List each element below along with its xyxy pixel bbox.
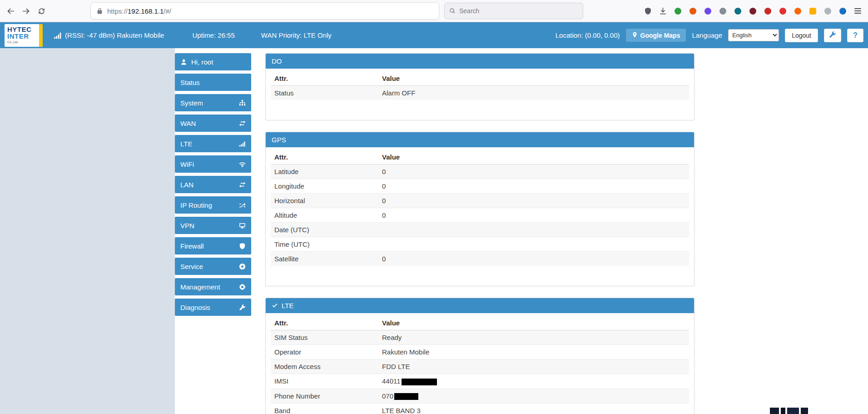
sidebar-item-label: LAN [180, 181, 193, 189]
extension-icon-red-white[interactable] [776, 4, 789, 18]
redacted-value [402, 379, 437, 385]
sidebar: Hi, rootStatusSystemWANLTEWiFiLANIP Rout… [175, 53, 251, 319]
search-bar[interactable] [444, 3, 583, 19]
attr-cell: Operator [271, 345, 378, 359]
desktop-icon [239, 222, 246, 229]
sidebar-item-ip-routing[interactable]: IP Routing [175, 196, 251, 214]
menu-icon[interactable] [851, 4, 864, 18]
panel-title: DO [272, 57, 282, 65]
extension-icon-gray[interactable] [821, 4, 834, 18]
downloads-icon[interactable] [656, 4, 670, 18]
column-header: Attr. [271, 316, 378, 330]
tools-button[interactable] [824, 29, 841, 42]
panel-header: DO [266, 54, 694, 69]
extension-icon-orange-red[interactable] [686, 4, 699, 18]
sidebar-item-hi-root[interactable]: Hi, root [175, 53, 251, 70]
help-button[interactable]: ? [847, 29, 863, 42]
app-header: HYTEC INTER Co.,Ltd. (RSSI: -47 dBm) Rak… [0, 22, 868, 48]
value-cell: Ready [378, 330, 689, 345]
tracking-shield-icon[interactable] [641, 4, 655, 18]
google-maps-button[interactable]: Google Maps [626, 29, 686, 42]
sidebar-item-system[interactable]: System [175, 94, 251, 111]
render-artifact [770, 408, 808, 414]
extension-icon-green[interactable] [671, 4, 684, 18]
language-select[interactable]: English [728, 29, 779, 41]
search-input[interactable] [459, 7, 568, 15]
extension-icon-darkred[interactable] [746, 4, 759, 18]
extension-icon-blue[interactable] [836, 4, 849, 18]
column-header: Attr. [271, 71, 378, 86]
value-cell: 0 [378, 179, 689, 194]
attr-value-table: Attr.ValueStatusAlarm OFF [271, 71, 689, 100]
sidebar-item-wifi[interactable]: WiFi [175, 155, 251, 173]
panel-gps: GPSAttr.ValueLatitude0Longitude0Horizont… [265, 132, 694, 286]
attr-cell: Phone Number [271, 389, 378, 404]
value-cell: 070 [378, 389, 689, 404]
google-maps-label: Google Maps [640, 32, 680, 39]
extension-icon-red[interactable] [761, 4, 774, 18]
location-text: Location: (0.00, 0.00) [556, 31, 620, 39]
attr-cell: Time (UTC) [271, 237, 378, 252]
attr-cell: Longitude [271, 179, 378, 194]
sidebar-item-diagnosis[interactable]: Diagnosis [175, 299, 251, 316]
attr-cell: SIM Status [271, 330, 378, 345]
sidebar-item-lan[interactable]: LAN [175, 176, 251, 193]
sidebar-item-vpn[interactable]: VPN [175, 217, 251, 234]
sidebar-item-service[interactable]: Service [175, 258, 251, 275]
reload-icon[interactable] [34, 3, 49, 19]
extension-icon-gray-puzzle[interactable] [716, 4, 729, 18]
sidebar-item-firewall[interactable]: Firewall [175, 237, 251, 254]
table-row: Latitude0 [271, 165, 689, 179]
extension-icon-lion-orange[interactable] [791, 4, 804, 18]
rssi-status: (RSSI: -47 dBm) Rakuten Mobile [54, 31, 164, 40]
table-row: Time (UTC) [271, 237, 689, 252]
value-cell: 0 [378, 194, 689, 208]
value-cell: Alarm OFF [378, 86, 689, 100]
extension-icon-purple[interactable] [701, 4, 714, 18]
panel-body: Attr.ValueLatitude0Longitude0Horizontal0… [266, 147, 694, 286]
gear-icon [239, 284, 246, 290]
sidebar-item-lte[interactable]: LTE [175, 135, 251, 152]
table-row: StatusAlarm OFF [271, 86, 689, 100]
attr-cell: Altitude [271, 208, 378, 223]
sitemap-icon [239, 100, 246, 106]
uptime-status: Uptime: 26:55 [192, 31, 234, 39]
url-bar[interactable]: https://192.168.1.1/#/ [91, 3, 439, 19]
value-cell: 0 [378, 208, 689, 223]
table-row: Modem AccessFDD LTE [271, 359, 689, 374]
logout-button[interactable]: Logout [785, 29, 818, 42]
shuffle-icon [239, 202, 246, 209]
attr-value-table: Attr.ValueLatitude0Longitude0Horizontal0… [271, 150, 689, 266]
panel-lte: LTEAttr.ValueSIM StatusReadyOperatorRaku… [265, 298, 694, 414]
sidebar-item-status[interactable]: Status [175, 74, 251, 91]
sidebar-item-label: IP Routing [180, 201, 212, 209]
logo-line1: HYTEC [7, 26, 37, 33]
language-label: Language [692, 31, 722, 39]
map-marker-icon [632, 32, 638, 39]
extension-icon-yellow[interactable] [806, 4, 819, 18]
sidebar-item-management[interactable]: Management [175, 278, 251, 295]
sidebar-item-label: Status [180, 79, 200, 86]
sidebar-item-label: VPN [180, 222, 194, 229]
sidebar-item-wan[interactable]: WAN [175, 115, 251, 132]
sidebar-item-label: System [180, 99, 203, 107]
logo-line2: INTER [7, 33, 37, 40]
main-content: DOAttr.ValueStatusAlarm OFFGPSAttr.Value… [265, 53, 694, 414]
extension-icon-teal[interactable] [731, 4, 744, 18]
value-cell: Rakuten Mobile [378, 345, 689, 359]
value-cell: 0 [378, 165, 689, 179]
column-header: Value [378, 150, 689, 165]
forward-icon[interactable] [18, 3, 34, 19]
column-header: Attr. [271, 150, 378, 165]
panel-header: GPS [266, 132, 694, 147]
back-icon[interactable] [3, 3, 18, 19]
sidebar-item-label: Firewall [180, 242, 204, 250]
column-header: Value [378, 316, 689, 330]
attr-cell: Modem Access [271, 359, 378, 374]
wrench-icon [239, 304, 246, 311]
attr-cell: IMSI [271, 374, 378, 389]
plus-circle-icon [239, 263, 246, 270]
table-row: Altitude0 [271, 208, 689, 223]
wan-priority-status: WAN Priority: LTE Only [261, 31, 332, 39]
table-row: BandLTE BAND 3 [271, 404, 689, 414]
